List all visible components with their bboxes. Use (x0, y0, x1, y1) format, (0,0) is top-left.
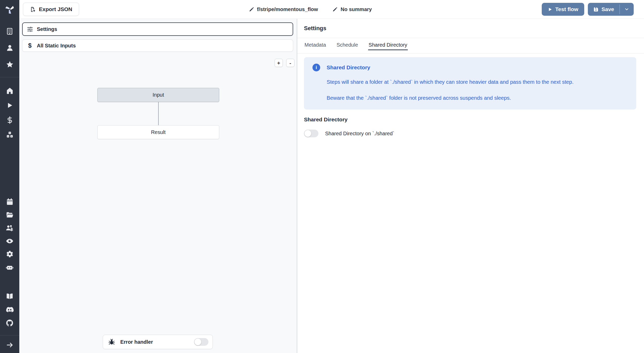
home-icon[interactable] (6, 87, 14, 95)
topbar-center: f/stripe/momentous_flow No summary (79, 6, 542, 12)
flow-edge (158, 102, 159, 125)
pencil-icon (249, 7, 254, 12)
info-icon: i (312, 64, 320, 71)
calendar-icon[interactable] (6, 198, 14, 206)
infobox-paragraph: Beware that the `./shared` folder is not… (327, 94, 629, 102)
tab-metadata[interactable]: Metadata (304, 38, 326, 50)
shared-directory-toggle-row: Shared Directory on `./shared` (304, 130, 644, 137)
shared-directory-section-title: Shared Directory (304, 116, 644, 123)
building-icon[interactable] (6, 27, 14, 35)
zoom-in-button[interactable]: + (275, 59, 283, 67)
all-static-inputs-box[interactable]: $ All Static Inputs (22, 39, 293, 52)
export-json-label: Export JSON (39, 6, 72, 12)
error-handler-toggle[interactable] (194, 338, 208, 346)
file-export-icon (30, 6, 36, 12)
shared-directory-toggle[interactable] (304, 130, 318, 137)
save-icon (593, 7, 599, 12)
infobox-paragraph: Steps will share a folder at `./shared` … (327, 78, 629, 86)
star-icon[interactable] (6, 60, 14, 69)
save-dropdown-button[interactable] (620, 3, 634, 16)
flow-path-label: f/stripe/momentous_flow (257, 6, 318, 12)
chevron-down-icon (624, 7, 629, 12)
user-icon[interactable] (6, 44, 14, 52)
arrow-right-icon[interactable] (6, 341, 14, 349)
bug-icon (108, 339, 115, 346)
boxes-icon[interactable] (6, 131, 14, 139)
dollar-sign-icon[interactable] (6, 116, 14, 124)
pencil-icon (332, 7, 338, 12)
shared-directory-infobox: i Shared Directory Steps will share a fo… (304, 57, 636, 110)
shared-directory-toggle-label: Shared Directory on `./shared` (325, 131, 394, 137)
save-split-button: Save (588, 3, 634, 16)
flow-summary-label: No summary (341, 6, 372, 12)
flow-path-edit[interactable]: f/stripe/momentous_flow (249, 6, 318, 12)
sidebar (0, 0, 19, 353)
settings-tabs: Metadata Schedule Shared Directory (297, 38, 644, 54)
gear-icon[interactable] (6, 250, 14, 258)
folder-open-icon[interactable] (6, 211, 14, 219)
sliders-icon (27, 26, 33, 32)
book-open-icon[interactable] (6, 292, 14, 300)
users-cog-icon[interactable] (6, 224, 14, 232)
topbar-actions: Test flow Save (542, 3, 634, 16)
input-node-label: Input (152, 92, 164, 98)
play-icon[interactable] (6, 101, 14, 110)
eye-icon[interactable] (6, 237, 14, 245)
toggle-knob (194, 339, 201, 345)
panel-title: Settings (297, 19, 644, 38)
error-handler-box[interactable]: Error handler (103, 335, 213, 349)
result-node-label: Result (151, 129, 166, 135)
github-icon[interactable] (6, 319, 14, 327)
save-button[interactable]: Save (588, 3, 620, 16)
tab-shared-directory[interactable]: Shared Directory (368, 38, 408, 50)
discord-icon[interactable] (6, 305, 14, 314)
toggle-knob (304, 130, 311, 137)
windmill-logo-icon[interactable] (4, 3, 16, 15)
dollar-sign-icon: $ (27, 42, 33, 49)
input-node[interactable]: Input (97, 88, 219, 102)
export-json-button[interactable]: Export JSON (23, 3, 79, 16)
tab-schedule[interactable]: Schedule (336, 38, 358, 50)
result-node[interactable]: Result (97, 125, 219, 139)
flow-canvas[interactable]: Settings $ All Static Inputs + - Input R… (19, 19, 297, 353)
all-static-inputs-label: All Static Inputs (37, 43, 76, 49)
play-icon (548, 7, 553, 12)
sidebar-divider (0, 335, 19, 335)
infobox-title: Shared Directory (327, 64, 370, 71)
save-label: Save (601, 6, 614, 12)
flow-settings-box[interactable]: Settings (22, 22, 293, 36)
zoom-out-button[interactable]: - (286, 59, 294, 67)
flow-settings-label: Settings (37, 26, 57, 32)
flow-summary-edit[interactable]: No summary (332, 6, 372, 12)
bot-icon[interactable] (6, 263, 14, 271)
test-flow-button[interactable]: Test flow (542, 3, 584, 16)
error-handler-label: Error handler (120, 339, 153, 345)
test-flow-label: Test flow (555, 6, 578, 12)
top-bar: Export JSON f/stripe/momentous_flow No s… (19, 0, 644, 19)
sidebar-divider (0, 77, 19, 77)
settings-panel: Settings Metadata Schedule Shared Direct… (297, 19, 644, 353)
